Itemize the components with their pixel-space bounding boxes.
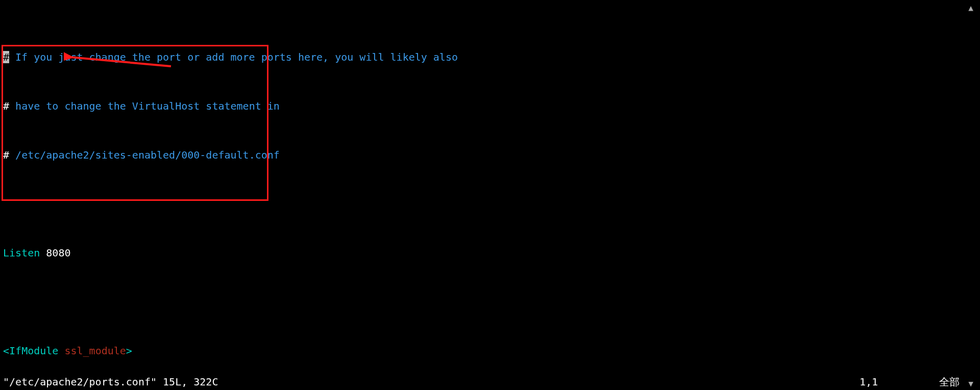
keyword: Listen bbox=[3, 247, 40, 259]
cursor: # bbox=[3, 51, 9, 63]
code-line: # have to change the VirtualHost stateme… bbox=[3, 100, 977, 112]
scroll-up-icon[interactable]: ▲ bbox=[966, 2, 976, 12]
status-position: 1,1 bbox=[860, 376, 878, 388]
status-percent: 全部 bbox=[939, 376, 960, 388]
bracket: > bbox=[126, 345, 132, 357]
port-number: 8080 bbox=[46, 247, 70, 259]
ifmodule-open: <IfModule ssl_module> bbox=[3, 345, 977, 357]
comment-text: If you just change the port or add more … bbox=[9, 51, 458, 63]
blank-line bbox=[3, 198, 977, 210]
terminal-editor[interactable]: # If you just change the port or add mor… bbox=[0, 0, 980, 390]
comment-text: /etc/apache2/sites-enabled/000-default.c… bbox=[9, 149, 280, 161]
status-bar: "/etc/apache2/ports.conf" 15L, 322C 1,1 … bbox=[3, 376, 980, 388]
scroll-down-icon[interactable]: ▼ bbox=[966, 378, 976, 388]
code-line: # /etc/apache2/sites-enabled/000-default… bbox=[3, 149, 977, 161]
comment-hash: # bbox=[3, 100, 9, 112]
tag-name: IfModule bbox=[9, 345, 58, 357]
module-name: ssl_module bbox=[64, 345, 126, 357]
bracket: < bbox=[3, 345, 9, 357]
listen-directive: Listen 8080 bbox=[3, 247, 977, 259]
comment-text: have to change the VirtualHost statement… bbox=[9, 100, 280, 112]
blank-line bbox=[3, 296, 977, 308]
code-line: # If you just change the port or add mor… bbox=[3, 51, 977, 63]
status-file: "/etc/apache2/ports.conf" 15L, 322C bbox=[3, 376, 218, 388]
comment-hash: # bbox=[3, 149, 9, 161]
